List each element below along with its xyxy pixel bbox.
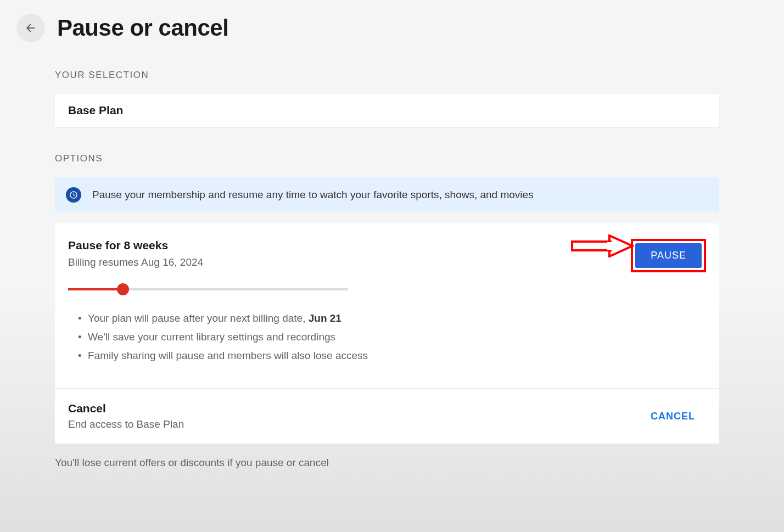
- list-item: Family sharing will pause and members wi…: [78, 350, 706, 362]
- cancel-subtitle: End access to Base Plan: [68, 418, 184, 430]
- pause-card: Pause for 8 weeks Billing resumes Aug 16…: [55, 223, 719, 388]
- back-button[interactable]: [16, 14, 45, 42]
- info-banner: Pause your membership and resume any tim…: [55, 177, 719, 212]
- svg-rect-0: [572, 242, 611, 250]
- pause-details-list: Your plan will pause after your next bil…: [68, 312, 706, 362]
- svg-rect-1: [607, 242, 613, 250]
- pause-duration-slider[interactable]: [68, 288, 348, 290]
- slider-fill: [68, 288, 123, 290]
- arrow-left-icon: [24, 21, 37, 35]
- pause-subtitle: Billing resumes Aug 16, 2024: [68, 256, 203, 268]
- plan-name: Base Plan: [68, 104, 706, 117]
- list-item: Your plan will pause after your next bil…: [78, 312, 706, 324]
- page-header: Pause or cancel: [16, 14, 768, 42]
- main-content: YOUR SELECTION Base Plan OPTIONS Pause y…: [55, 70, 719, 469]
- cancel-card: Cancel End access to Base Plan CANCEL: [55, 388, 719, 444]
- pause-button[interactable]: PAUSE: [635, 243, 702, 268]
- clock-icon: [66, 187, 81, 203]
- pause-title: Pause for 8 weeks: [68, 239, 203, 252]
- selection-card: Base Plan: [55, 94, 719, 127]
- options-label: OPTIONS: [55, 153, 719, 164]
- selection-label: YOUR SELECTION: [55, 70, 719, 81]
- footer-warning: You'll lose current offers or discounts …: [55, 457, 719, 469]
- slider-thumb[interactable]: [117, 283, 129, 295]
- cancel-title: Cancel: [68, 402, 184, 415]
- banner-text: Pause your membership and resume any tim…: [92, 189, 534, 201]
- list-item: We'll save your current library settings…: [78, 331, 706, 343]
- cancel-button[interactable]: CANCEL: [651, 411, 706, 422]
- annotation-arrow: [571, 234, 634, 260]
- annotation-highlight-box: PAUSE: [631, 239, 706, 272]
- page-title: Pause or cancel: [57, 15, 228, 41]
